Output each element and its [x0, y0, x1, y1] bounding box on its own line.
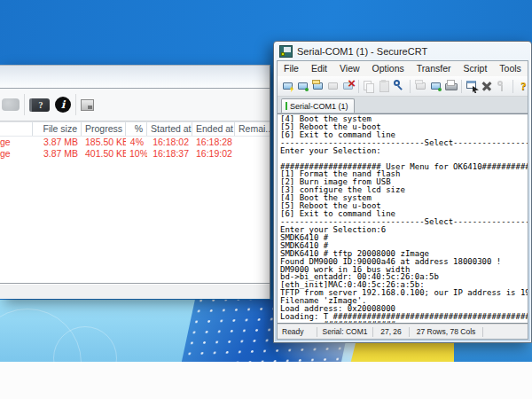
cell-progress: 401.50 KB	[82, 148, 126, 160]
transfer-window-statusbar	[0, 283, 270, 299]
securecrt-toolbar: ?	[278, 76, 528, 97]
column-header-ended-at[interactable]: Ended at	[192, 122, 235, 136]
copy-icon[interactable]	[362, 79, 377, 93]
menu-view[interactable]: View	[333, 61, 366, 76]
toolbar-separator	[512, 80, 513, 93]
table-row[interactable]: ge 3.87 MB 401.50 KB 10% 16:18:37 16:19:…	[0, 148, 270, 160]
cell-file-size: 3.87 MB	[33, 148, 82, 160]
securecrt-statusbar: Ready Serial: COM1 27, 26 27 Rows, 78 Co…	[278, 324, 528, 339]
terminal-line: Enter your Selection:	[280, 147, 528, 155]
terminal-screen[interactable]: [4] Boot the system [5] Reboot the u-boo…	[278, 113, 528, 324]
cell-name: ge	[0, 148, 33, 160]
column-header-file-size[interactable]: File size	[33, 122, 82, 136]
keymap-icon[interactable]	[495, 79, 510, 93]
global-options-icon[interactable]	[480, 79, 495, 93]
column-header-started-at[interactable]: Started at	[147, 122, 192, 136]
table-row[interactable]: ge 3.87 MB 185.50 KB 4% 16:18:02 16:18:2…	[0, 137, 270, 148]
column-header-remaining[interactable]: Remai...	[235, 122, 270, 136]
cell-ended-at: 16:18:28	[192, 137, 235, 148]
connected-indicator-icon	[286, 102, 287, 110]
tab-serial-com1[interactable]: Serial-COM1 (1)	[281, 98, 355, 113]
connect-in-tab-icon[interactable]	[310, 79, 325, 93]
column-header-progress[interactable]: Progress	[82, 122, 126, 136]
menu-options[interactable]: Options	[366, 61, 411, 76]
print-setup-icon[interactable]	[413, 79, 428, 93]
cell-started-at: 16:18:02	[147, 137, 192, 148]
transfer-table-header: File size Progress % Started at Ended at…	[0, 122, 270, 137]
toolbar-separator	[410, 80, 411, 93]
disabled-tool-icon[interactable]	[2, 98, 20, 111]
transfer-window-title-strip	[0, 66, 270, 89]
info-icon[interactable]: i	[55, 97, 71, 113]
securecrt-app-icon	[279, 45, 293, 58]
cell-ended-at: 16:19:02	[192, 148, 235, 160]
screen-bottom-strip	[0, 362, 532, 399]
print-icon[interactable]	[443, 79, 458, 93]
status-ready: Ready	[278, 327, 317, 336]
menu-transfer[interactable]: Transfer	[411, 61, 458, 76]
securecrt-titlebar[interactable]: Serial-COM1 (1) - SecureCRT	[274, 42, 531, 60]
transfer-list-empty-area[interactable]	[0, 160, 270, 283]
help-book-icon[interactable]: ?	[29, 98, 50, 112]
cell-progress: 185.50 KB	[82, 137, 126, 148]
help-icon[interactable]: ?	[516, 79, 531, 93]
menu-edit[interactable]: Edit	[305, 61, 333, 76]
column-header-percent[interactable]: %	[126, 122, 147, 136]
menu-file[interactable]: File	[278, 61, 305, 76]
quick-connect-icon[interactable]	[280, 79, 295, 93]
cell-percent: 10%	[126, 148, 147, 160]
paste-icon[interactable]	[377, 79, 392, 93]
column-header-name[interactable]	[0, 122, 33, 136]
status-terminal-size: 27 Rows, 78 Cols	[410, 327, 482, 336]
status-separator	[482, 327, 483, 337]
toolbar-separator	[358, 80, 359, 93]
toolbar-separator	[75, 94, 76, 115]
menu-script[interactable]: Script	[458, 61, 494, 76]
window-title: Serial-COM1 (1) - SecureCRT	[297, 46, 427, 57]
menubar: File Edit View Options Transfer Script T…	[278, 61, 528, 76]
menu-help[interactable]: Help	[528, 61, 532, 76]
transfer-table: File size Progress % Started at Ended at…	[0, 121, 270, 160]
securecrt-window: Serial-COM1 (1) - SecureCRT File Edit Vi…	[273, 41, 532, 343]
session-options-icon[interactable]	[465, 79, 480, 93]
status-connection: Serial: COM1	[317, 327, 372, 336]
tab-label: Serial-COM1 (1)	[290, 102, 348, 111]
toolbar-separator	[461, 80, 462, 93]
status-cursor-position: 27, 26	[373, 327, 409, 336]
securecrt-client-area: File Edit View Options Transfer Script T…	[277, 60, 528, 340]
connect-icon[interactable]	[295, 79, 310, 93]
transfer-window-toolbar: ? i	[0, 89, 270, 121]
find-icon[interactable]	[392, 79, 407, 93]
session-window-icon[interactable]	[428, 79, 443, 93]
cell-percent: 4%	[126, 137, 147, 148]
menu-tools[interactable]: Tools	[493, 61, 528, 76]
cell-name: ge	[0, 137, 33, 148]
session-tabbar: Serial-COM1 (1)	[278, 97, 528, 113]
panel-icon[interactable]	[81, 99, 94, 111]
disconnect-icon[interactable]	[340, 79, 356, 93]
desktop: ? i File size Progress % Started at Ende…	[0, 0, 532, 399]
file-transfer-window: ? i File size Progress % Started at Ende…	[0, 65, 270, 299]
reconnect-icon[interactable]	[325, 79, 340, 93]
cell-file-size: 3.87 MB	[33, 137, 82, 148]
toolbar-separator	[24, 94, 25, 115]
cell-started-at: 16:18:37	[147, 148, 192, 160]
